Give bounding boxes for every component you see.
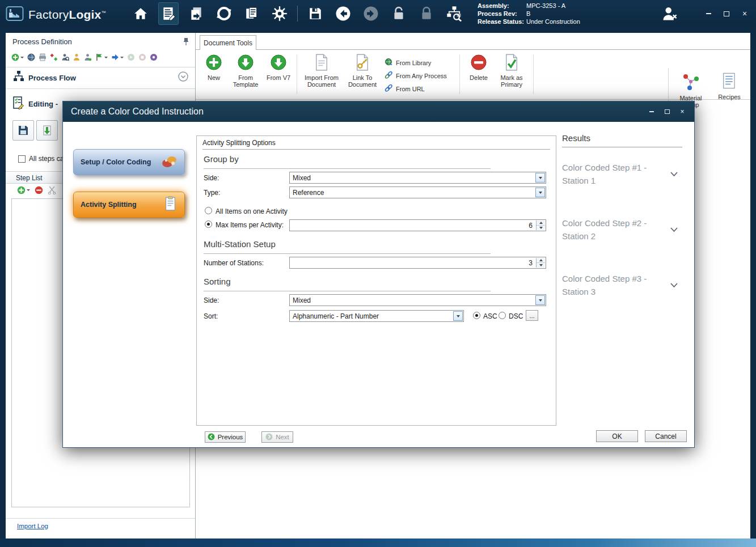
cancel-button[interactable]: Cancel [645,430,687,442]
dropdown-arrow-button[interactable] [535,295,545,305]
chevron-down-icon [670,278,678,291]
check-document-icon [504,54,519,73]
info-icon[interactable] [150,53,158,61]
dropdown-arrow-button[interactable] [535,173,545,183]
spin-up-button[interactable] [537,258,545,263]
dialog-close-icon[interactable]: × [678,108,686,116]
dsc-radio[interactable] [499,312,506,319]
dropdown-arrow-button[interactable] [535,188,545,197]
sort-side-label: Side: [204,296,219,304]
from-library-button[interactable]: From Library [385,58,454,67]
resume-disabled-icon[interactable] [127,53,135,61]
dialog-maximize-icon[interactable] [663,108,671,116]
from-v7-button[interactable]: From V7 [266,51,291,97]
pin-icon[interactable] [183,37,189,48]
logout-user-icon[interactable] [660,2,680,25]
dropdown-arrow-button[interactable] [453,311,463,321]
nav-setup-color-coding[interactable]: Setup / Color Coding [73,149,185,175]
link-to-document-button[interactable]: Link To Document [344,51,381,97]
from-any-process-button[interactable]: From Any Process [385,71,454,80]
add-step-icon[interactable] [17,186,30,194]
break-link-icon[interactable] [50,53,58,61]
next-button[interactable]: Next [261,431,293,443]
globe-arrow-icon [385,58,393,67]
back-icon[interactable] [333,2,353,25]
lock-icon[interactable] [416,2,437,25]
import-step-button[interactable] [36,120,58,141]
from-template-button[interactable]: From Template [229,51,262,97]
globe-icon[interactable] [27,53,35,61]
side-label: Side: [204,174,219,182]
collapse-icon[interactable] [178,71,188,84]
max-items-radio[interactable] [205,221,212,228]
process-search-icon[interactable] [444,2,464,25]
spin-down-button[interactable] [537,226,545,230]
stations-label: Number of Stations: [204,259,264,267]
minimize-icon[interactable] [704,9,713,18]
chevron-down-icon [670,223,678,236]
settings-gear-icon[interactable] [269,2,290,25]
person-config-icon[interactable] [84,53,92,61]
group-by-heading: Group by [204,154,239,164]
dialog-minimize-icon[interactable] [648,108,656,116]
all-steps-checkbox[interactable] [18,155,26,163]
release-status-row: Release Status:Under Construction [478,18,580,26]
all-steps-label: All steps ca [29,155,64,163]
result-step-2[interactable]: Color Coded Step #2 - Station 2 [562,217,682,243]
max-items-spinner[interactable]: 6 [289,219,546,231]
type-label: Type: [204,189,220,197]
close-icon[interactable]: × [740,9,749,18]
import-log-link[interactable]: Import Log [17,523,48,529]
from-url-button[interactable]: From URL [385,84,454,94]
sorting-heading: Sorting [204,277,231,286]
spin-up-button[interactable] [537,221,545,226]
run-arrow-icon[interactable] [111,53,124,61]
ok-button[interactable]: OK [596,430,638,442]
stations-spinner[interactable]: 3 [289,257,546,269]
person-yellow-icon[interactable] [73,53,81,61]
home-icon[interactable] [130,2,151,25]
flag-icon[interactable] [95,53,108,61]
titlebar-right-controls: × [660,0,749,27]
asc-radio[interactable] [473,312,480,319]
new-icon [205,54,222,73]
document-icon [314,54,329,73]
cut-icon[interactable] [48,186,56,194]
delete-button[interactable]: Delete [466,51,492,97]
spin-down-button[interactable] [537,263,545,268]
stop-disabled-icon[interactable] [138,53,146,61]
save-step-button[interactable] [12,120,34,141]
all-items-radio[interactable] [205,207,212,214]
unlock-icon[interactable] [388,2,409,25]
process-definition-icon[interactable] [158,2,179,25]
tab-document-tools[interactable]: Document Tools [200,35,256,50]
save-icon[interactable] [305,2,326,25]
recipes-button[interactable]: Recipes [716,69,743,109]
previous-button[interactable]: Previous [205,431,246,443]
templates-icon[interactable] [186,2,206,25]
remove-step-icon[interactable] [35,186,43,194]
maximize-icon[interactable] [722,9,731,18]
nav-activity-splitting[interactable]: Activity Splitting [73,192,185,218]
divider [204,253,491,254]
side-dropdown[interactable]: Mixed [289,172,546,184]
dsc-label: DSC [509,312,523,320]
result-step-1[interactable]: Color Coded Step #1 - Station 1 [562,161,682,187]
mark-as-primary-button[interactable]: Mark as Primary [496,51,527,97]
reports-icon[interactable] [242,2,262,25]
add-icon[interactable] [11,53,24,61]
sort-dropdown[interactable]: Alphanumeric - Part Number [289,310,464,322]
sort-side-dropdown[interactable]: Mixed [289,294,546,306]
production-icon[interactable] [214,2,234,25]
find-person-icon[interactable] [61,53,69,61]
type-dropdown[interactable]: Reference [289,186,546,198]
toolbar-separator [297,6,298,22]
print-icon[interactable] [39,53,47,61]
new-document-button[interactable]: New [202,51,225,97]
forward-icon[interactable] [361,2,381,25]
process-rev-label: Process Rev: [478,10,526,18]
dialog-titlebar: Create a Color Coded Instruction × [63,101,694,122]
more-options-button[interactable]: ... [526,310,538,321]
import-from-document-button[interactable]: Import From Document [303,51,340,97]
result-step-3[interactable]: Color Coded Step #3 - Station 3 [562,272,682,298]
